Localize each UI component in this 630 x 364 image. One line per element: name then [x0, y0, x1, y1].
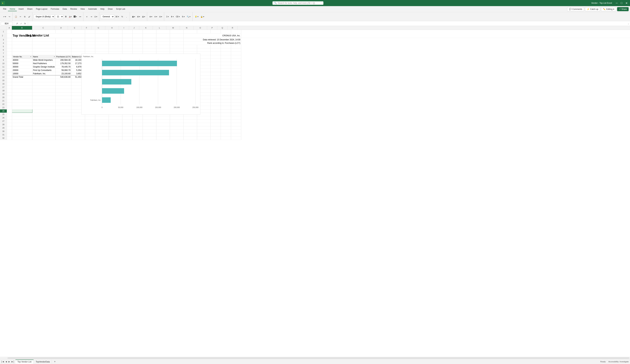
- cell-K5[interactable]: [142, 45, 156, 48]
- cell-K30[interactable]: [142, 130, 156, 133]
- row-header-29[interactable]: 29: [0, 126, 7, 130]
- cell-B26[interactable]: [12, 116, 32, 119]
- cell-P24[interactable]: [210, 109, 221, 113]
- maximize-button[interactable]: □: [620, 1, 624, 5]
- cell-R25[interactable]: [231, 113, 241, 116]
- row-header-31[interactable]: 31: [0, 133, 7, 136]
- cell-A12[interactable]: [7, 68, 12, 72]
- cell-K1[interactable]: [142, 30, 156, 33]
- formula-input[interactable]: [29, 22, 627, 25]
- cell-L26[interactable]: [156, 116, 170, 119]
- cell-D24[interactable]: [56, 109, 71, 113]
- row-header-14[interactable]: 14: [0, 75, 7, 79]
- col-header-n[interactable]: N: [180, 26, 194, 30]
- row-header-16[interactable]: 16: [0, 82, 7, 85]
- cell-H29[interactable]: [109, 126, 122, 130]
- cell-D21[interactable]: [56, 99, 71, 102]
- chart-bar[interactable]: [102, 61, 177, 66]
- row-header-8[interactable]: 8: [0, 55, 7, 58]
- cell-I31[interactable]: [122, 133, 132, 136]
- cell-N5[interactable]: [183, 45, 197, 48]
- cell-K31[interactable]: [142, 133, 156, 136]
- last-sheet-button[interactable]: ►|: [11, 360, 14, 363]
- cell-F6[interactable]: [85, 48, 95, 51]
- cell-A11[interactable]: [7, 65, 12, 68]
- cell-C16[interactable]: [32, 82, 56, 85]
- cell-C28[interactable]: [32, 123, 56, 126]
- cell-K4[interactable]: [142, 41, 156, 45]
- cell-A19[interactable]: [7, 92, 12, 96]
- cell-F3[interactable]: [85, 38, 95, 41]
- cell-P7[interactable]: [210, 51, 221, 55]
- cell-K3[interactable]: [142, 38, 156, 41]
- cell-K29[interactable]: [142, 126, 156, 130]
- cell-D5[interactable]: [56, 45, 71, 48]
- cell-F30[interactable]: [85, 130, 95, 133]
- cell-C10[interactable]: Nod Publishers: [32, 62, 56, 65]
- cell-E1[interactable]: [71, 30, 85, 33]
- cell-E26[interactable]: [71, 116, 85, 119]
- cell-Q16[interactable]: [221, 82, 231, 85]
- cell-J27[interactable]: [132, 119, 142, 123]
- cell-P23[interactable]: [210, 106, 221, 109]
- comments-button[interactable]: 💬 Comments: [567, 7, 584, 11]
- cell-J29[interactable]: [132, 126, 142, 130]
- cell-O1[interactable]: [197, 30, 210, 33]
- cell-H3[interactable]: [109, 38, 122, 41]
- cell-P10[interactable]: [210, 62, 221, 65]
- col-header-a[interactable]: A: [7, 26, 12, 30]
- cell-B31[interactable]: [12, 133, 32, 136]
- cell-P29[interactable]: [210, 126, 221, 130]
- close-button[interactable]: ✕: [624, 1, 629, 5]
- cell-B24[interactable]: [12, 109, 32, 113]
- row-header-27[interactable]: 27: [0, 119, 7, 123]
- cell-D19[interactable]: [56, 92, 71, 96]
- format-button[interactable]: ⊟▾: [158, 14, 163, 19]
- find-select-button[interactable]: 🔍▾: [186, 14, 191, 19]
- cell-R1[interactable]: [231, 30, 241, 33]
- cell-R26[interactable]: [231, 116, 241, 119]
- cell-Q29[interactable]: [221, 126, 231, 130]
- cell-E30[interactable]: [71, 130, 85, 133]
- cell-R18[interactable]: [231, 89, 241, 92]
- cell-L30[interactable]: [156, 130, 170, 133]
- cell-C27[interactable]: [32, 119, 56, 123]
- align-left-button[interactable]: ≡: [85, 14, 89, 19]
- catch-up-button[interactable]: ⚡ Catch up: [585, 7, 600, 11]
- row-header-3[interactable]: 3: [0, 38, 7, 41]
- cell-P22[interactable]: [210, 102, 221, 106]
- cell-F5[interactable]: [85, 45, 95, 48]
- cell-A14[interactable]: [7, 75, 12, 79]
- cell-F4[interactable]: [85, 41, 95, 45]
- chart-bar[interactable]: [102, 88, 124, 94]
- cell-R32[interactable]: [231, 136, 241, 140]
- cell-E28[interactable]: [71, 123, 85, 126]
- cell-M28[interactable]: [170, 123, 183, 126]
- cell-A15[interactable]: [7, 79, 12, 82]
- first-sheet-button[interactable]: |◄: [1, 360, 4, 363]
- format-painter-button[interactable]: 🖌: [27, 14, 31, 19]
- col-header-i[interactable]: I: [119, 26, 129, 30]
- cell-H31[interactable]: [109, 133, 122, 136]
- cell-B8[interactable]: Vendor No.▾: [12, 55, 32, 58]
- cell-B32[interactable]: [12, 136, 32, 140]
- cell-G4[interactable]: [95, 41, 109, 45]
- cell-H30[interactable]: [109, 130, 122, 133]
- cell-L29[interactable]: [156, 126, 170, 130]
- tab-script-lab[interactable]: Script Lab: [114, 7, 127, 11]
- fill-color-button[interactable]: 🅰▾: [73, 14, 78, 19]
- cell-D20[interactable]: [56, 96, 71, 99]
- cell-P27[interactable]: [210, 119, 221, 123]
- cell-R27[interactable]: [231, 119, 241, 123]
- col-header-o[interactable]: O: [194, 26, 207, 30]
- cell-B12[interactable]: 20000: [12, 68, 32, 72]
- cell-Q23[interactable]: [221, 106, 231, 109]
- cell-G29[interactable]: [95, 126, 109, 130]
- cell-D30[interactable]: [56, 130, 71, 133]
- cell-G3[interactable]: [95, 38, 109, 41]
- cell-A16[interactable]: [7, 82, 12, 85]
- cell-D28[interactable]: [56, 123, 71, 126]
- cancel-formula-icon[interactable]: ✗: [16, 22, 19, 25]
- cell-R5[interactable]: [231, 45, 241, 48]
- cell-A1[interactable]: [7, 30, 12, 33]
